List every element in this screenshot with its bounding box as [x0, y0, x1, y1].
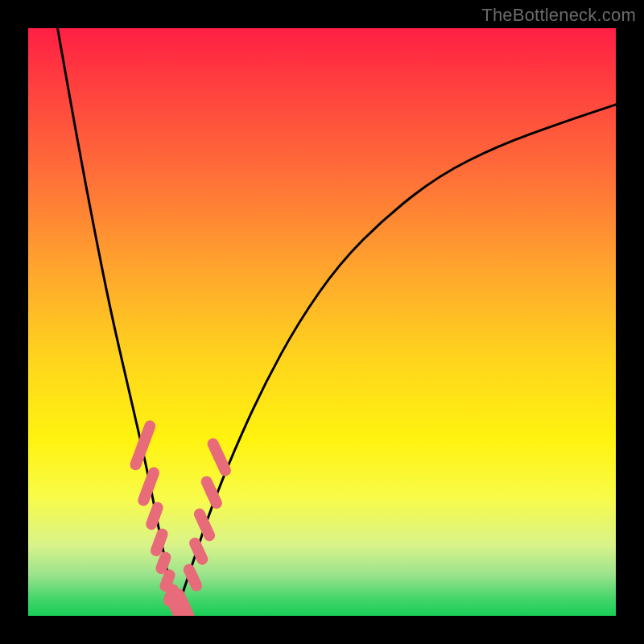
- bottleneck-curve: [58, 28, 175, 616]
- marker-dot: [154, 537, 165, 548]
- plot-area: [28, 28, 616, 616]
- curve-layer: [28, 28, 616, 616]
- marker-dot: [187, 572, 198, 584]
- marker-dot: [158, 557, 169, 568]
- marker-dot: [193, 546, 204, 557]
- marker-dot: [137, 440, 148, 451]
- watermark-text: TheBottleneck.com: [481, 5, 636, 26]
- bottleneck-curve: [175, 105, 617, 616]
- marker-dot: [149, 510, 160, 522]
- marker-dot: [199, 519, 210, 530]
- chart-frame: TheBottleneck.com: [0, 0, 644, 644]
- marker-dot: [178, 600, 189, 611]
- marker-dot: [206, 487, 217, 498]
- marker-dot: [143, 481, 155, 492]
- marker-dot: [213, 452, 225, 463]
